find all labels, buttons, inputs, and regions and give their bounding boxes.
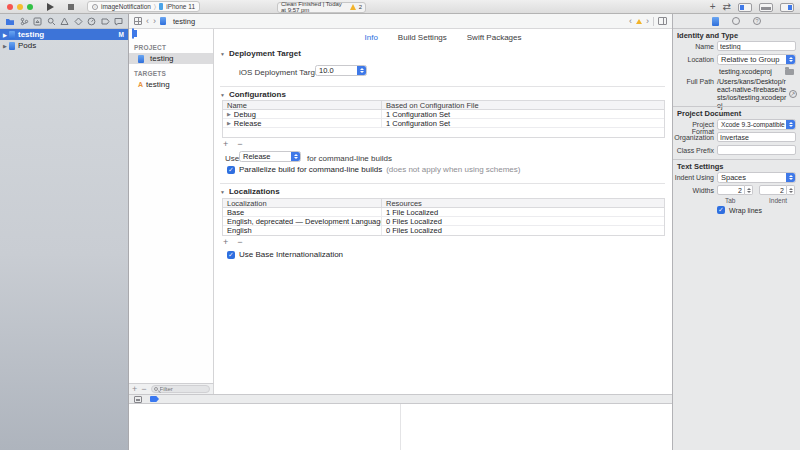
- toggle-inspector-button[interactable]: [780, 3, 794, 12]
- report-navigator-icon[interactable]: [114, 17, 123, 26]
- target-item[interactable]: A testing: [129, 79, 213, 90]
- library-button[interactable]: +: [710, 2, 716, 12]
- sidebar-item-pods[interactable]: ▶ Pods: [0, 40, 128, 51]
- quick-help-icon[interactable]: ?: [753, 17, 761, 25]
- table-row[interactable]: ▶ Release 1 Configuration Set: [223, 119, 664, 128]
- destination-name[interactable]: iPhone 11: [166, 3, 195, 10]
- class-prefix-field[interactable]: [717, 145, 796, 155]
- project-item[interactable]: testing: [129, 53, 213, 64]
- project-format-popup[interactable]: Xcode 9.3-compatible: [717, 119, 796, 130]
- tab-swift-packages[interactable]: Swift Packages: [467, 33, 522, 42]
- dropdown-button[interactable]: [786, 173, 795, 182]
- dropdown-button[interactable]: [786, 120, 795, 129]
- editor-options-icon[interactable]: ⇄: [723, 2, 731, 12]
- forward-icon[interactable]: ›: [153, 16, 156, 26]
- source-control-icon[interactable]: [20, 17, 29, 26]
- name-label: Name: [673, 43, 714, 50]
- name-field[interactable]: [717, 41, 796, 51]
- debug-bar: [129, 394, 672, 404]
- full-path-label: Full Path: [673, 78, 714, 85]
- filter-input[interactable]: [160, 386, 207, 392]
- navigator-icon-bar: [0, 14, 128, 29]
- tab-width-stepper[interactable]: 2: [717, 185, 753, 195]
- add-editor-icon[interactable]: [658, 17, 667, 25]
- next-issue-icon[interactable]: ›: [646, 16, 649, 26]
- table-row[interactable]: English 0 Files Localized: [223, 226, 664, 235]
- file-inspector-icon[interactable]: [712, 17, 719, 26]
- indent-using-popup[interactable]: Spaces: [717, 172, 796, 183]
- toggle-debug-area-button[interactable]: [759, 3, 773, 12]
- sidebar-item-testing[interactable]: ▶ testing M: [0, 29, 128, 40]
- col-localization: Localization: [223, 199, 381, 208]
- remove-button[interactable]: −: [237, 237, 242, 247]
- parallelize-row: ✓ Parallelize build for command-line bui…: [227, 165, 520, 174]
- add-button[interactable]: +: [223, 237, 228, 247]
- project-navigator-icon[interactable]: [5, 17, 15, 26]
- breakpoint-navigator-icon[interactable]: [101, 17, 110, 26]
- base-internationalization-checkbox[interactable]: ✓: [227, 251, 235, 259]
- open-path-arrow-icon[interactable]: ↗: [789, 90, 797, 98]
- add-button[interactable]: +: [132, 385, 137, 394]
- section-deployment-target[interactable]: ▼ Deployment Target: [220, 49, 301, 58]
- stepper-buttons[interactable]: [787, 185, 795, 195]
- deployment-target-combo[interactable]: 10.0: [315, 65, 367, 76]
- organization-field[interactable]: [717, 132, 796, 142]
- test-navigator-icon[interactable]: [74, 17, 83, 26]
- filter-field[interactable]: [151, 385, 210, 393]
- related-items-icon[interactable]: [134, 17, 142, 25]
- wrap-lines-checkbox[interactable]: ✓: [717, 206, 725, 214]
- zoom-window-button[interactable]: [27, 4, 33, 10]
- back-icon[interactable]: ‹: [146, 16, 149, 26]
- localization-name: English: [223, 226, 381, 235]
- section-configurations[interactable]: ▼ Configurations: [220, 90, 286, 99]
- stop-button[interactable]: [68, 4, 74, 10]
- dropdown-button[interactable]: [291, 152, 300, 161]
- run-button[interactable]: [47, 3, 54, 11]
- section-localizations[interactable]: ▼ Localizations: [220, 187, 280, 196]
- debug-area-divider[interactable]: [400, 404, 401, 450]
- dropdown-button[interactable]: [357, 66, 366, 75]
- find-navigator-icon[interactable]: [47, 17, 56, 26]
- dropdown-button[interactable]: [786, 55, 795, 64]
- section-title: Deployment Target: [229, 49, 301, 58]
- warning-count[interactable]: 2: [359, 4, 362, 10]
- close-window-button[interactable]: [7, 4, 13, 10]
- remove-button[interactable]: −: [237, 139, 242, 149]
- tab-info[interactable]: Info: [365, 33, 378, 42]
- wrap-lines-row: ✓ Wrap lines: [717, 206, 762, 214]
- parallelize-label: Parallelize build for command-line build…: [239, 165, 382, 174]
- collapse-icon[interactable]: ▼: [220, 189, 225, 195]
- disclosure-icon[interactable]: ▶: [227, 111, 231, 117]
- indent-width-stepper[interactable]: 2: [759, 185, 795, 195]
- warning-icon[interactable]: [350, 4, 356, 10]
- toggle-navigator-button[interactable]: [738, 3, 752, 12]
- default-configuration-popup[interactable]: Release: [239, 151, 301, 162]
- remove-button[interactable]: −: [141, 385, 146, 394]
- editor-area: ‹ › testing ‹ › PROJECT testing TARGETS …: [129, 14, 672, 450]
- stepper-buttons[interactable]: [745, 185, 753, 195]
- scheme-selector[interactable]: i imageNotification 〉 iPhone 11: [87, 1, 200, 12]
- collapse-icon[interactable]: ▼: [220, 51, 225, 57]
- breakpoints-toggle-icon[interactable]: [150, 396, 159, 402]
- disclosure-icon[interactable]: ▶: [227, 120, 231, 126]
- minimize-window-button[interactable]: [17, 4, 23, 10]
- issue-navigator-icon[interactable]: [60, 17, 69, 26]
- localization-name: Base: [223, 208, 381, 217]
- symbol-navigator-icon[interactable]: [33, 17, 42, 26]
- separator: [653, 17, 654, 26]
- parallelize-checkbox[interactable]: ✓: [227, 166, 235, 174]
- location-popup[interactable]: Relative to Group: [717, 54, 796, 65]
- tab-build-settings[interactable]: Build Settings: [398, 33, 447, 42]
- prev-issue-icon[interactable]: ‹: [629, 16, 632, 26]
- debug-navigator-icon[interactable]: [87, 17, 96, 26]
- add-button[interactable]: +: [223, 139, 228, 149]
- history-inspector-icon[interactable]: [732, 17, 740, 25]
- table-row[interactable]: English, deprecated — Development Langua…: [223, 217, 664, 226]
- issue-warning-icon[interactable]: [636, 19, 642, 24]
- scheme-name[interactable]: imageNotification: [101, 3, 151, 10]
- folder-icon[interactable]: [785, 69, 794, 75]
- collapse-icon[interactable]: ▼: [220, 92, 225, 98]
- jump-bar-file[interactable]: testing: [173, 17, 195, 26]
- hide-project-list-icon[interactable]: [132, 28, 134, 39]
- hide-debug-area-icon[interactable]: [134, 396, 142, 403]
